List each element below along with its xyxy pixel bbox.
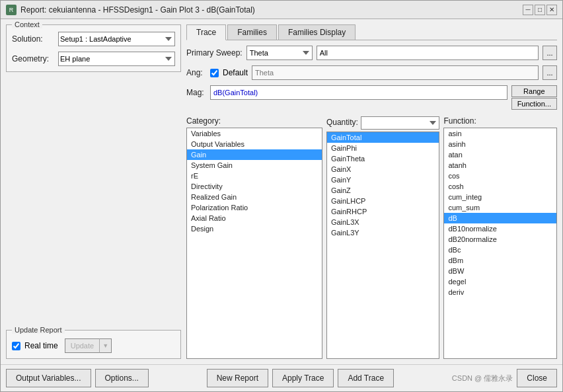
- category-column: Category: Variables Output Variables Gai…: [186, 116, 322, 359]
- output-variables-button[interactable]: Output Variables...: [6, 369, 91, 387]
- update-dropdown-arrow[interactable]: ▼: [99, 338, 112, 353]
- quantity-item-gaintheta[interactable]: GainTheta: [327, 153, 439, 164]
- function-list[interactable]: asin asinh atan atanh cos cosh cum_integ…: [443, 128, 557, 359]
- sweep-browse-button[interactable]: ...: [543, 46, 557, 60]
- left-spacer: [6, 77, 181, 325]
- update-report-title: Update Report: [12, 326, 65, 334]
- function-item-asin[interactable]: asin: [444, 128, 556, 139]
- apply-trace-button[interactable]: Apply Trace: [272, 369, 334, 387]
- quantity-item-gainy[interactable]: GainY: [327, 175, 439, 185]
- ang-row: Ang: Default ...: [186, 65, 557, 80]
- realtime-label: Real time: [24, 341, 58, 350]
- ang-browse-button[interactable]: ...: [543, 65, 557, 80]
- category-item-gain[interactable]: Gain: [187, 149, 322, 160]
- quantity-item-gainphi[interactable]: GainPhi: [327, 143, 439, 153]
- solution-row: Solution: Setup1 : LastAdaptive: [12, 32, 175, 46]
- quantity-item-gainrhcp[interactable]: GainRHCP: [327, 206, 439, 217]
- quantity-list[interactable]: GainTotal GainPhi GainTheta GainX GainY …: [326, 132, 440, 359]
- tab-families[interactable]: Families: [227, 24, 277, 40]
- function-item-db10normalize[interactable]: dB10normalize: [444, 223, 556, 234]
- tab-trace[interactable]: Trace: [186, 24, 226, 40]
- quantity-item-gainlhcp[interactable]: GainLHCP: [327, 196, 439, 206]
- new-report-button[interactable]: New Report: [207, 369, 268, 387]
- context-group-title: Context: [12, 20, 42, 28]
- function-item-atan[interactable]: atan: [444, 149, 556, 160]
- main-window: R Report: cekuiantenna - HFSSDesign1 - G…: [0, 0, 563, 392]
- quantity-header: Quantity:: [326, 118, 358, 127]
- realtime-row: Real time Update ▼: [12, 338, 175, 353]
- solution-label: Solution:: [12, 34, 58, 44]
- sweep-row: Primary Sweep: Theta ...: [186, 46, 557, 60]
- quantity-dropdown[interactable]: [361, 116, 440, 130]
- function-item-db[interactable]: dB: [444, 213, 556, 223]
- tab-families-display[interactable]: Families Display: [278, 24, 356, 40]
- function-item-dbm[interactable]: dBm: [444, 255, 556, 266]
- mag-buttons: Range Function...: [511, 85, 557, 110]
- function-item-degel[interactable]: degel: [444, 276, 556, 287]
- function-item-asinh[interactable]: asinh: [444, 139, 556, 149]
- sweep-all-input[interactable]: [317, 46, 539, 60]
- quantity-item-gainx[interactable]: GainX: [327, 164, 439, 175]
- bottom-center-buttons: New Report Apply Trace Add Trace: [207, 369, 394, 387]
- update-button[interactable]: Update: [65, 338, 99, 353]
- bottom-right-area: CSDN @ 儒雅永录 Close: [452, 369, 557, 387]
- function-item-deriv[interactable]: deriv: [444, 287, 556, 297]
- watermark-text: CSDN @ 儒雅永录: [452, 373, 513, 383]
- window-icon: R: [6, 5, 17, 15]
- close-window-button[interactable]: ✕: [546, 5, 557, 15]
- quantity-item-gainl3x[interactable]: GainL3X: [327, 217, 439, 227]
- bottom-bar: Output Variables... Options... New Repor…: [1, 364, 562, 391]
- function-header: Function:: [443, 116, 557, 126]
- maximize-button[interactable]: □: [535, 5, 545, 15]
- mag-row: Mag: dB(GainTotal) Range Function...: [186, 85, 557, 110]
- quantity-item-gaintotal[interactable]: GainTotal: [327, 132, 439, 143]
- category-item-realized-gain[interactable]: Realized Gain: [187, 192, 322, 202]
- category-item-directivity[interactable]: Directivity: [187, 181, 322, 192]
- main-content: Context Solution: Setup1 : LastAdaptive …: [1, 19, 562, 364]
- update-btn-group: Update ▼: [65, 338, 112, 353]
- sweep-label: Primary Sweep:: [186, 48, 243, 58]
- mag-input[interactable]: dB(GainTotal): [210, 85, 507, 100]
- title-bar-controls: ─ □ ✕: [523, 5, 557, 15]
- function-item-cum-sum[interactable]: cum_sum: [444, 202, 556, 213]
- update-report-group: Update Report Real time Update ▼: [6, 330, 181, 359]
- geometry-select[interactable]: EH plane: [58, 52, 175, 66]
- function-item-cosh[interactable]: cosh: [444, 181, 556, 192]
- category-item-system-gain[interactable]: System Gain: [187, 160, 322, 171]
- geometry-label: Geometry:: [12, 54, 58, 63]
- category-item-design[interactable]: Design: [187, 223, 322, 234]
- minimize-button[interactable]: ─: [523, 5, 533, 15]
- function-item-cum-integ[interactable]: cum_integ: [444, 192, 556, 202]
- bottom-left-buttons: Output Variables... Options...: [6, 369, 149, 387]
- ang-label: Ang:: [186, 68, 206, 77]
- function-item-dbw[interactable]: dBW: [444, 266, 556, 276]
- ang-default-checkbox[interactable]: [210, 69, 219, 77]
- quantity-item-gainz[interactable]: GainZ: [327, 185, 439, 196]
- function-button[interactable]: Function...: [511, 98, 557, 110]
- function-item-cos[interactable]: cos: [444, 171, 556, 181]
- sweep-select[interactable]: Theta: [246, 46, 313, 60]
- solution-select[interactable]: Setup1 : LastAdaptive: [58, 32, 175, 46]
- options-button[interactable]: Options...: [95, 369, 149, 387]
- category-item-axial-ratio[interactable]: Axial Ratio: [187, 213, 322, 223]
- quantity-header-row: Quantity:: [326, 116, 440, 130]
- category-item-polarization-ratio[interactable]: Polarization Ratio: [187, 202, 322, 213]
- geometry-row: Geometry: EH plane: [12, 52, 175, 66]
- function-item-dbc[interactable]: dBc: [444, 245, 556, 255]
- category-list[interactable]: Variables Output Variables Gain System G…: [186, 128, 322, 359]
- range-button[interactable]: Range: [511, 85, 557, 97]
- ang-input[interactable]: [252, 65, 539, 80]
- category-item-re[interactable]: rE: [187, 171, 322, 181]
- quantity-item-gainl3y[interactable]: GainL3Y: [327, 227, 439, 238]
- title-bar: R Report: cekuiantenna - HFSSDesign1 - G…: [1, 1, 562, 19]
- add-trace-button[interactable]: Add Trace: [338, 369, 394, 387]
- window-title: Report: cekuiantenna - HFSSDesign1 - Gai…: [20, 5, 255, 15]
- category-item-variables[interactable]: Variables: [187, 128, 322, 139]
- realtime-checkbox[interactable]: [12, 342, 20, 350]
- function-item-atanh[interactable]: atanh: [444, 160, 556, 171]
- quantity-column: Quantity: GainTotal GainPhi GainTheta Ga…: [326, 116, 440, 359]
- category-item-output-variables[interactable]: Output Variables: [187, 139, 322, 149]
- close-button[interactable]: Close: [517, 369, 557, 387]
- function-item-db20normalize[interactable]: dB20normalize: [444, 234, 556, 245]
- tab-bar: Trace Families Families Display: [186, 24, 557, 40]
